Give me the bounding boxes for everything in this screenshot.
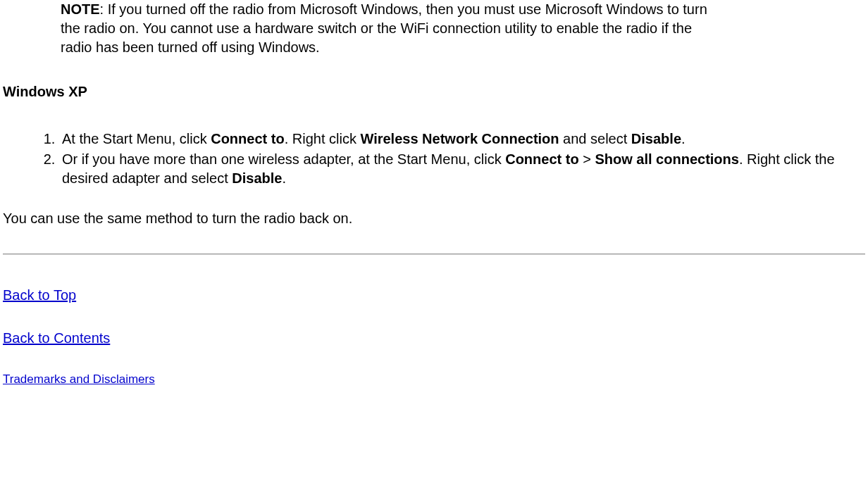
horizontal-rule xyxy=(3,253,865,255)
step-bold: Wireless Network Connection xyxy=(360,131,559,146)
step-bold: Connect to xyxy=(211,131,284,146)
document-page: NOTE: If you turned off the radio from M… xyxy=(0,0,868,401)
steps-list: At the Start Menu, click Connect to. Rig… xyxy=(34,130,865,188)
step-bold: Disable xyxy=(232,170,282,186)
step-text: Or if you have more than one wireless ad… xyxy=(62,151,505,167)
step-text: > xyxy=(579,151,595,167)
note-text: : If you turned off the radio from Micro… xyxy=(61,1,707,55)
back-to-top-link[interactable]: Back to Top xyxy=(3,286,76,305)
link-row: Back to Top xyxy=(3,286,865,305)
back-to-contents-link[interactable]: Back to Contents xyxy=(3,329,110,348)
step-text: . xyxy=(681,131,686,146)
link-row: Trademarks and Disclaimers xyxy=(3,372,865,388)
step-item: Or if you have more than one wireless ad… xyxy=(59,150,860,188)
trademarks-link[interactable]: Trademarks and Disclaimers xyxy=(3,372,155,388)
step-text: and select xyxy=(559,131,631,146)
section-heading-windows-xp: Windows XP xyxy=(3,82,865,101)
note-label: NOTE xyxy=(61,1,100,17)
link-row: Back to Contents xyxy=(3,329,865,348)
note-paragraph: NOTE: If you turned off the radio from M… xyxy=(61,0,709,57)
step-bold: Show all connections xyxy=(595,151,738,167)
step-bold: Disable xyxy=(631,131,681,146)
closing-paragraph: You can use the same method to turn the … xyxy=(3,209,865,228)
step-text: . Right click xyxy=(285,131,361,146)
step-text: At the Start Menu, click xyxy=(62,131,211,146)
step-item: At the Start Menu, click Connect to. Rig… xyxy=(59,130,860,149)
step-text: . xyxy=(282,170,286,186)
step-bold: Connect to xyxy=(505,151,578,167)
